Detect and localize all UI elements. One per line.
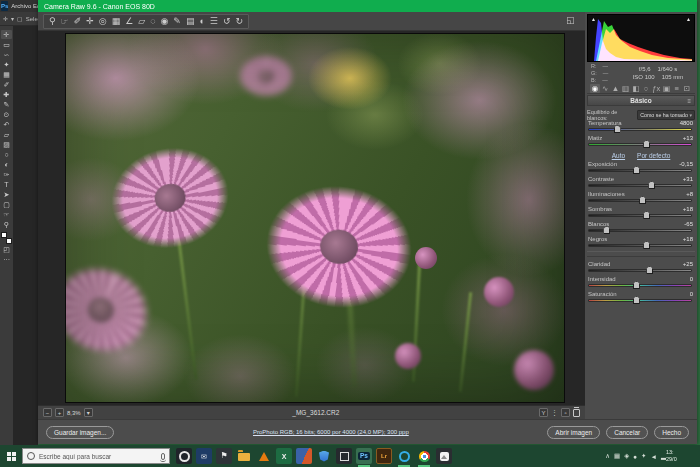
slider-track-matiz[interactable] <box>588 143 692 146</box>
spot-removal-icon[interactable]: ◌ <box>150 16 155 27</box>
marquee-tool-icon[interactable]: ▭ <box>1 40 12 49</box>
shadow-clipping-icon[interactable]: ▲ <box>591 16 596 22</box>
dots-icon[interactable]: ⋮ <box>551 409 558 417</box>
slider-knob-contraste[interactable] <box>648 181 655 189</box>
open-image-button[interactable]: Abrir imagen <box>547 426 600 439</box>
eraser-tool-icon[interactable]: ▱ <box>1 130 12 139</box>
red-eye-icon[interactable]: ◉ <box>161 16 169 27</box>
blue-circle-app-icon[interactable] <box>396 448 412 464</box>
rotate-right-icon[interactable]: ↻ <box>235 16 243 27</box>
vlc-icon[interactable] <box>256 448 272 464</box>
slider-knob-claridad[interactable] <box>646 266 653 274</box>
zoom-icon[interactable]: ⚲ <box>49 16 56 27</box>
preview-toggle-button[interactable]: Y <box>539 408 548 417</box>
slider-track-temperatura[interactable] <box>588 128 692 131</box>
slider-knob-saturacion[interactable] <box>633 296 640 304</box>
done-button[interactable]: Hecho <box>654 426 689 439</box>
slider-knob-negros[interactable] <box>643 241 650 249</box>
checkbox-icon[interactable]: ▢ <box>17 15 23 22</box>
cancel-button[interactable]: Cancelar <box>606 426 648 439</box>
default-link[interactable]: Por defecto <box>637 152 670 159</box>
gradient-tool-icon[interactable]: ▨ <box>1 140 12 149</box>
slider-track-exposicion[interactable] <box>588 169 692 172</box>
brush-tool-icon[interactable]: ✎ <box>1 100 12 109</box>
tray-icon[interactable]: ▦ <box>614 452 620 460</box>
graduated-filter-icon[interactable]: ▤ <box>186 16 195 27</box>
stamp-tool-icon[interactable]: ⊙ <box>1 110 12 119</box>
split-toning-tab[interactable]: ◧ <box>631 84 641 93</box>
white-balance-icon[interactable]: ✐ <box>74 16 82 27</box>
auto-link[interactable]: Auto <box>612 152 625 159</box>
lightroom-taskbar-icon[interactable]: Lr <box>376 448 392 464</box>
split-color-app-icon[interactable] <box>296 448 312 464</box>
history-brush-tool-icon[interactable]: ↶ <box>1 120 12 129</box>
shield-icon[interactable] <box>316 448 332 464</box>
search-input[interactable]: Escribe aquí para buscar <box>22 448 170 464</box>
microphone-icon[interactable] <box>161 453 165 460</box>
color-swatches[interactable] <box>1 232 12 244</box>
zoom-out-button[interactable]: − <box>43 408 52 417</box>
hand-icon[interactable]: ☞ <box>61 16 69 27</box>
highlight-clipping-icon[interactable]: ▲ <box>686 16 691 22</box>
wand-tool-icon[interactable]: ✦ <box>1 60 12 69</box>
show-hidden-icons-chevron[interactable]: ∧ <box>605 452 610 460</box>
file-explorer-icon[interactable] <box>236 448 252 464</box>
type-tool-icon[interactable]: T <box>1 180 12 189</box>
slider-track-contraste[interactable] <box>588 184 692 187</box>
lasso-tool-icon[interactable]: ∽ <box>1 50 12 59</box>
zoom-menu-button[interactable]: ▾ <box>84 408 93 417</box>
rotate-left-icon[interactable]: ↺ <box>223 16 231 27</box>
radial-filter-icon[interactable]: ◐ <box>199 16 204 27</box>
zoom-tool-icon[interactable]: ⚲ <box>1 220 12 229</box>
eyedropper-tool-icon[interactable]: ✐ <box>1 80 12 89</box>
effects-tab[interactable]: ƒx <box>651 84 661 93</box>
swatch-button[interactable]: ▫ <box>561 408 570 417</box>
slider-knob-temperatura[interactable] <box>614 125 621 133</box>
tray-icon[interactable]: ● <box>633 453 637 460</box>
slider-track-claridad[interactable] <box>588 269 692 272</box>
crop-icon[interactable]: ▦ <box>112 16 121 27</box>
slider-knob-intensidad[interactable] <box>633 281 640 289</box>
start-button[interactable] <box>0 452 22 461</box>
menu-archivo[interactable]: Archivo Ed <box>11 3 38 9</box>
camera-raw-titlebar[interactable]: Camera Raw 9.6 - Canon EOS 80D <box>38 0 697 12</box>
save-image-button[interactable]: Guardar imagen... <box>46 426 114 439</box>
flag-app-icon[interactable]: ⚑ <box>216 448 232 464</box>
camera-calibration-tab[interactable]: ▣ <box>662 84 672 93</box>
photoshop-taskbar-icon[interactable]: Ps <box>356 448 372 464</box>
tray-icon[interactable]: ◈ <box>624 452 629 460</box>
slider-track-sombras[interactable] <box>588 214 692 217</box>
crop-tool-icon[interactable]: ▦ <box>1 70 12 79</box>
hand-tool-icon[interactable]: ☞ <box>1 210 12 219</box>
slider-track-saturacion[interactable] <box>588 299 692 302</box>
chrome-icon[interactable] <box>416 448 432 464</box>
photos-app-icon[interactable] <box>436 448 452 464</box>
dodge-tool-icon[interactable]: ◐ <box>1 160 12 169</box>
panel-menu-icon[interactable]: ≡ <box>687 98 691 104</box>
slider-knob-blancos[interactable] <box>603 226 610 234</box>
path-select-tool-icon[interactable]: ➤ <box>1 190 12 199</box>
trash-icon[interactable] <box>573 409 580 417</box>
histogram[interactable]: ▲ ▲ <box>587 14 695 62</box>
lens-corrections-tab[interactable]: ○ <box>641 84 651 93</box>
hsl-tab[interactable]: ▥ <box>621 84 631 93</box>
adjustment-brush-icon[interactable]: ✎ <box>173 16 181 27</box>
slider-track-intensidad[interactable] <box>588 284 692 287</box>
move-tool-icon[interactable]: ✛ <box>1 30 12 39</box>
slider-track-iluminaciones[interactable] <box>588 199 692 202</box>
foreground-color-swatch[interactable] <box>1 232 7 238</box>
targeted-adjustment-icon[interactable]: ◎ <box>99 16 107 27</box>
outline-square-app-icon[interactable] <box>336 448 352 464</box>
fullscreen-toggle-icon[interactable]: ◱ <box>566 15 575 25</box>
taskbar-clock[interactable]: 13: 29/0 <box>666 449 700 463</box>
blur-tool-icon[interactable]: ○ <box>1 150 12 159</box>
image-preview[interactable] <box>65 33 565 403</box>
workflow-options-link[interactable]: ProPhoto RGB; 16 bits; 6000 por 4000 (24… <box>114 429 547 435</box>
slider-track-blancos[interactable] <box>588 229 692 232</box>
transform-icon[interactable]: ▱ <box>138 16 145 27</box>
slider-track-negros[interactable] <box>588 244 692 247</box>
tray-icon[interactable]: ✦ <box>641 452 646 460</box>
shape-tool-icon[interactable]: ▢ <box>1 200 12 209</box>
background-color-swatch[interactable] <box>6 238 12 244</box>
slider-knob-matiz[interactable] <box>643 140 650 148</box>
